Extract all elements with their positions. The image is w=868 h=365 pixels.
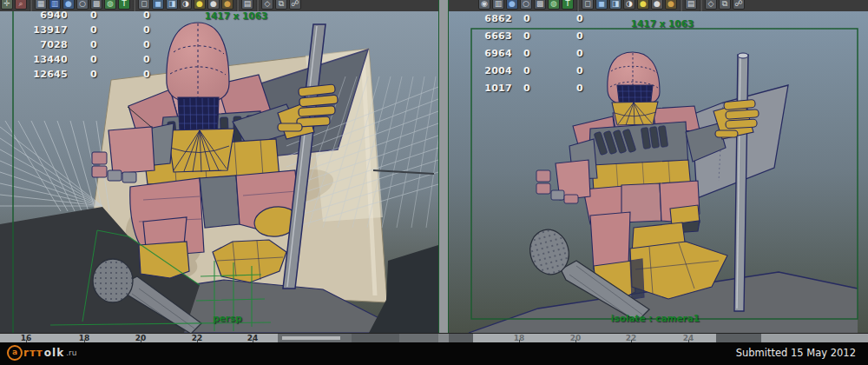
shaded-cube-icon[interactable]: ◼	[152, 0, 164, 10]
hud-poly-count: 6663	[452, 30, 512, 42]
right-panel-toolbar: ◉▥●○▩◍T◻◼◨◑●●●▤◇⧉☍	[449, 0, 868, 11]
textured-cube-icon[interactable]: ◨	[166, 0, 178, 10]
hud-poly-count: 0	[86, 24, 102, 36]
hud-poly-count: 13440	[16, 54, 68, 65]
camera-name-label: isolate : camera1	[608, 313, 703, 323]
gate-mask-icon[interactable]: ▩	[534, 0, 546, 10]
hud-poly-count: 2004	[452, 65, 512, 76]
overlap-panels-icon[interactable]: ⧉	[275, 0, 287, 10]
resolution-gate-label: 1417 x 1063	[201, 10, 271, 21]
overlap-panels-icon[interactable]: ⧉	[719, 0, 731, 10]
hud-poly-count: 0	[573, 48, 587, 59]
right-viewport-panel: ◉▥●○▩◍T◻◼◨◑●●●▤◇⧉☍	[449, 0, 868, 333]
smooth-shade-icon[interactable]: ●	[506, 0, 518, 10]
default-material-icon[interactable]: ◍	[548, 0, 560, 10]
wire-cube-icon[interactable]: ◻	[582, 0, 594, 10]
hud-poly-count: 0	[139, 69, 155, 80]
watermark-bar: arттolk.ru Submitted 15 May 2012	[0, 342, 868, 365]
toolbar-separator	[132, 0, 136, 11]
hud-poly-count: 0	[86, 54, 102, 65]
hud-poly-count: 6862	[452, 13, 512, 24]
hud-poly-count: 0	[520, 83, 534, 94]
checker-sphere-icon[interactable]: ◑	[180, 0, 192, 10]
film-gate-icon[interactable]: ▥	[492, 0, 504, 10]
hud-poly-count: 6964	[452, 48, 512, 59]
left-viewport-panel: ✛⌕▦▥●○▩◍T◻◼◨◑●●●▤◇⧉☍	[0, 0, 438, 333]
hud-display-icon[interactable]: T	[562, 0, 574, 10]
shaded-cube-icon[interactable]: ◼	[595, 0, 608, 10]
hud-poly-count: 0	[139, 39, 155, 50]
camera-icon[interactable]: ◉	[478, 0, 490, 10]
range-slider-left-dark[interactable]	[352, 334, 399, 342]
time-slider[interactable]: 161820222418202224	[0, 333, 868, 342]
hud-poly-count: 0	[573, 13, 587, 24]
hud-poly-count: 0	[520, 13, 534, 24]
range-slider-right[interactable]	[761, 334, 868, 342]
wire-cube-icon[interactable]: ◻	[138, 0, 150, 10]
isolate-select-icon[interactable]: ▤	[685, 0, 697, 10]
site-logo[interactable]: arттolk.ru	[7, 345, 76, 361]
all-lights-icon[interactable]: ●	[637, 0, 649, 10]
toolbar-separator	[699, 0, 703, 11]
selected-lights-icon[interactable]: ●	[221, 0, 233, 10]
range-slider-handle[interactable]	[282, 336, 340, 340]
zoom-region-icon[interactable]: ⌕	[15, 0, 27, 10]
smooth-shade-icon[interactable]: ●	[62, 0, 75, 10]
hud-poly-count: 0	[520, 65, 534, 76]
hud-poly-count: 1017	[452, 83, 512, 94]
panel-divider[interactable]	[438, 0, 449, 342]
default-light-icon[interactable]: ●	[651, 0, 663, 10]
range-slider-right-dark[interactable]	[716, 334, 761, 342]
share-view-icon[interactable]: ☍	[289, 0, 301, 10]
time-slider-right-dark[interactable]	[449, 334, 473, 342]
submitted-date: Submitted 15 May 2012	[736, 347, 856, 359]
hud-poly-count: 0	[139, 10, 155, 21]
checker-sphere-icon[interactable]: ◑	[623, 0, 635, 10]
hud-poly-count: 0	[520, 30, 534, 42]
hud-poly-count: 7028	[16, 39, 68, 50]
gate-mask-icon[interactable]: ▩	[90, 0, 102, 10]
xray-icon[interactable]: ◇	[261, 0, 273, 10]
selected-lights-icon[interactable]: ●	[665, 0, 677, 10]
histogram-icon[interactable]: ▥	[49, 0, 61, 10]
slider-gutter	[438, 334, 449, 342]
right-viewport-canvas[interactable]	[449, 11, 868, 333]
hud-poly-count: 0	[573, 30, 587, 42]
textured-cube-icon[interactable]: ◨	[609, 0, 621, 10]
wireframe-shade-icon[interactable]: ○	[520, 0, 532, 10]
resolution-gate-label: 1417 x 1063	[628, 18, 697, 29]
camera-name-label: persp	[201, 313, 253, 323]
toolbar-separator	[679, 0, 683, 11]
hud-poly-count: 0	[573, 83, 587, 94]
default-material-icon[interactable]: ◍	[104, 0, 116, 10]
all-lights-icon[interactable]: ●	[194, 0, 206, 10]
hud-poly-count: 0	[86, 39, 102, 50]
hud-poly-count: 0	[139, 54, 155, 65]
range-slider-left-end[interactable]	[399, 334, 438, 342]
panel-tool-icon[interactable]: ✛	[1, 0, 13, 10]
isolate-select-icon[interactable]: ▤	[241, 0, 253, 10]
xray-icon[interactable]: ◇	[705, 0, 717, 10]
hud-poly-count: 6940	[16, 10, 68, 21]
hud-poly-count: 0	[573, 65, 587, 76]
hud-poly-count: 13917	[16, 24, 68, 36]
hud-poly-count: 12645	[16, 69, 68, 80]
share-view-icon[interactable]: ☍	[733, 0, 745, 10]
toolbar-separator	[575, 0, 580, 11]
logo-mark-icon: a	[7, 345, 23, 361]
hud-display-icon[interactable]: T	[118, 0, 130, 10]
logo-text-orange: rтт	[23, 347, 43, 359]
logo-text-white: olk	[44, 347, 64, 359]
logo-domain-suffix: .ru	[66, 348, 76, 357]
hud-poly-count: 0	[86, 10, 102, 21]
time-slider-right-track[interactable]	[473, 334, 716, 342]
wireframe-shade-icon[interactable]: ○	[76, 0, 89, 10]
hud-poly-count: 0	[520, 48, 534, 59]
default-light-icon[interactable]: ●	[207, 0, 220, 10]
hud-poly-count: 0	[86, 69, 102, 80]
hud-poly-count: 0	[139, 24, 155, 36]
grid-display-icon[interactable]: ▦	[35, 0, 47, 10]
